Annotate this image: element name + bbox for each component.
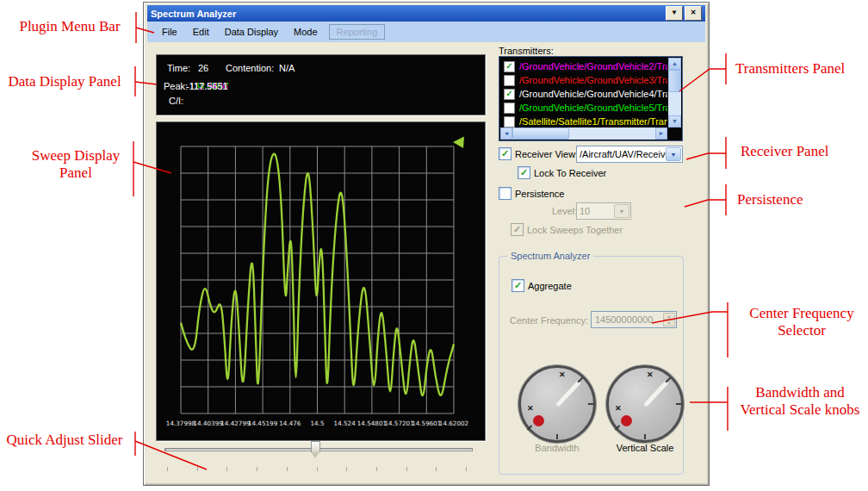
- receiver-view-label: Receiver View:: [515, 149, 578, 159]
- close-icon: ✕: [691, 9, 697, 16]
- lock-sweeps-label: Lock Sweeps Together: [527, 225, 623, 235]
- aggregate-label: Aggregate: [528, 281, 572, 291]
- screenshot-canvas: Spectrum Analyzer ▼ ✕ File Edit Data Dis…: [0, 0, 868, 491]
- x-tick-label: 14.54801: [357, 420, 387, 427]
- horizontal-scrollbar[interactable]: ◄ ►: [500, 127, 667, 140]
- time-label: Time:: [167, 63, 190, 73]
- transmitter-checkbox[interactable]: [504, 116, 515, 127]
- knob-indicator-dot: [533, 415, 544, 426]
- slider-tick: [376, 467, 377, 471]
- slider-tick: [436, 467, 437, 471]
- persistence-checkbox[interactable]: [499, 187, 512, 200]
- peak-value: -117.5651: [186, 81, 228, 91]
- scroll-left-button[interactable]: ◄: [500, 127, 512, 140]
- slider-tick: [197, 467, 198, 471]
- data-display-panel: Time: 26 Contention: N/A Peak: -114.6301…: [156, 54, 486, 115]
- combo-dropdown-button[interactable]: ▼: [666, 147, 681, 161]
- transmitter-checkbox[interactable]: [504, 103, 515, 114]
- scroll-up-icon: ▲: [672, 60, 678, 66]
- x-tick-label: 14.5: [310, 420, 324, 427]
- transmitter-list-item[interactable]: /GroundVehicle/GroundVehicle5/Trans: [501, 101, 667, 115]
- receiver-view-value: /Aircraft/UAV/Receive: [580, 149, 666, 159]
- annotation-quick-adjust-slider: Quick Adjust Slider: [0, 432, 129, 449]
- sweep-display-panel: 14.3799814.4039914.4279914.4519914.47614…: [156, 121, 486, 441]
- window-menu-button[interactable]: ▼: [666, 6, 683, 21]
- menu-item-edit[interactable]: Edit: [185, 24, 217, 40]
- knob-tick: [527, 425, 532, 430]
- transmitter-list-item[interactable]: ✓/GroundVehicle/GroundVehicle2/Trans: [501, 59, 667, 73]
- annotation-center-frequency-selector: Center Frequency Selector: [742, 305, 861, 339]
- spectrum-analyzer-window: Spectrum Analyzer ▼ ✕ File Edit Data Dis…: [143, 2, 710, 486]
- knob-x-mark-icon: ✕: [647, 370, 654, 379]
- ci-label: C/I:: [169, 96, 183, 106]
- slider-thumb-tip: [311, 452, 319, 458]
- vertical-scale-knob[interactable]: ✕ ✕: [606, 365, 684, 443]
- transmitter-checkbox[interactable]: [504, 75, 515, 86]
- transmitters-list[interactable]: ✓/GroundVehicle/GroundVehicle2/Trans/Gro…: [499, 56, 683, 141]
- scroll-right-button[interactable]: ►: [655, 127, 667, 140]
- contention-label: Contention:: [226, 63, 274, 73]
- sweep-marker-icon[interactable]: [453, 137, 464, 149]
- knob-x-mark-icon: ✕: [527, 404, 534, 413]
- receiver-view-checkbox[interactable]: ✓: [499, 147, 512, 160]
- knob-tick: [588, 403, 593, 405]
- scroll-down-button[interactable]: ▼: [668, 115, 681, 127]
- level-combobox: 10 ▼: [576, 202, 631, 220]
- menu-item-data-display[interactable]: Data Display: [217, 24, 286, 40]
- slider-tick: [287, 467, 288, 471]
- menu-item-mode[interactable]: Mode: [286, 24, 326, 40]
- knob-x-mark-icon: ✕: [615, 404, 622, 413]
- bandwidth-knob-label: Bandwidth: [518, 443, 596, 453]
- title-bar[interactable]: Spectrum Analyzer ▼ ✕: [147, 5, 705, 22]
- knob-indicator-dot: [621, 415, 632, 426]
- plugin-menu-bar: File Edit Data Display Mode Reporting: [147, 22, 705, 42]
- lock-to-receiver-label: Lock To Receiver: [534, 168, 606, 178]
- lock-sweeps-checkbox: ✓: [511, 223, 524, 236]
- vertical-scale-knob-label: Vertical Scale: [606, 443, 684, 453]
- persistence-label: Persistence: [515, 189, 564, 199]
- lock-to-receiver-checkbox[interactable]: ✓: [518, 166, 530, 179]
- peak-label: Peak:: [164, 81, 188, 91]
- transmitter-checkbox[interactable]: ✓: [504, 61, 515, 72]
- quick-adjust-slider-thumb[interactable]: [311, 441, 320, 459]
- vertical-scrollbar[interactable]: ▲ ▼: [668, 58, 681, 127]
- x-tick-label: 14.57201: [384, 420, 413, 427]
- level-value: 10: [580, 206, 615, 216]
- x-tick-label: 14.42799: [220, 420, 251, 427]
- scroll-up-button[interactable]: ▲: [668, 58, 681, 70]
- knob-tick: [615, 425, 620, 430]
- transmitter-checkbox[interactable]: ✓: [504, 89, 515, 100]
- center-frequency-value: 14500000000: [595, 314, 653, 325]
- window-title: Spectrum Analyzer: [151, 9, 236, 19]
- level-label: Level:: [552, 206, 577, 216]
- transmitter-list-item[interactable]: ✓/GroundVehicle/GroundVehicle4/Trans: [501, 87, 667, 101]
- chevron-down-icon: ▼: [671, 9, 678, 16]
- close-button[interactable]: ✕: [685, 6, 702, 21]
- knob-x-mark-icon: ✕: [559, 370, 566, 379]
- annotation-data-display-panel: Data Display Panel: [0, 73, 129, 90]
- knob-needle: [643, 380, 669, 407]
- annotation-plugin-menu-bar: Plugin Menu Bar: [10, 18, 129, 35]
- x-tick-label: 14.40399: [194, 420, 224, 427]
- annotation-transmitters-panel: Transmitters Panel: [735, 60, 868, 78]
- x-tick-label: 14.59601: [412, 420, 441, 427]
- slider-thumb-cap: [311, 441, 320, 452]
- spectrum-analyzer-group: Spectrum Analyzer ✓ Aggregate Center Fre…: [499, 256, 684, 475]
- transmitter-label: /GroundVehicle/GroundVehicle3/Trans: [519, 75, 667, 85]
- transmitter-list-item[interactable]: /GroundVehicle/GroundVehicle3/Trans: [501, 73, 667, 87]
- aggregate-checkbox[interactable]: ✓: [512, 279, 524, 292]
- horizontal-scroll-thumb[interactable]: [512, 127, 569, 140]
- knob-tick: [556, 434, 558, 439]
- transmitter-label: /GroundVehicle/GroundVehicle5/Trans: [519, 103, 667, 113]
- vertical-scroll-thumb[interactable]: [668, 70, 681, 92]
- annotation-sweep-display-panel: Sweep Display Panel: [22, 147, 129, 182]
- sweep-chart: 14.3799814.4039914.4279914.4519914.47614…: [157, 122, 485, 440]
- receiver-view-combobox[interactable]: /Aircraft/UAV/Receive ▼: [576, 146, 683, 163]
- bandwidth-knob: ✕ ✕: [518, 365, 596, 443]
- menu-item-file[interactable]: File: [154, 24, 185, 40]
- transmitter-list-item[interactable]: /Satellite/Satellite1/Transmitter/Transm: [501, 115, 667, 128]
- center-frequency-spinner: 14500000000 ▲ ▼: [591, 311, 677, 328]
- slider-tick: [406, 467, 407, 471]
- slider-tick: [346, 467, 347, 471]
- annotation-persistence: Persistence: [737, 191, 840, 208]
